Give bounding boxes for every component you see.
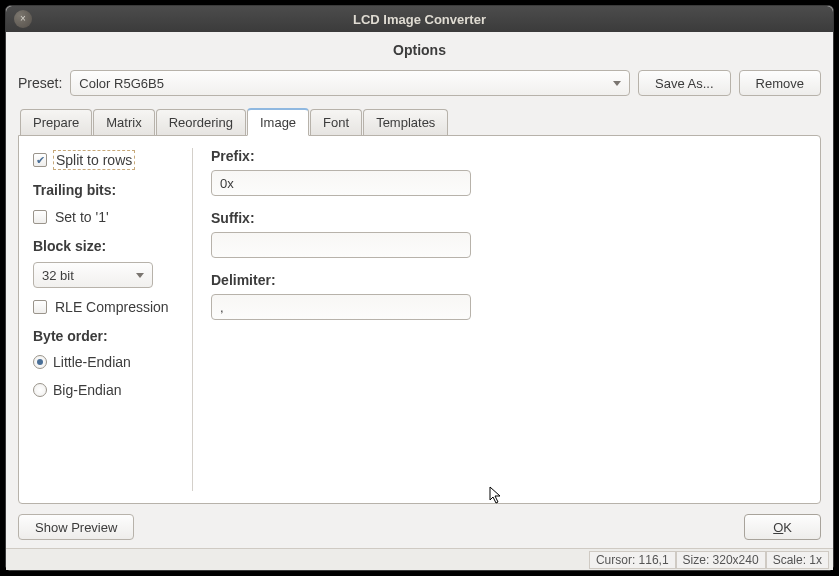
chevron-down-icon (613, 81, 621, 86)
preset-label: Preset: (18, 75, 62, 91)
trailing-bits-label: Trailing bits: (33, 182, 186, 198)
checkbox-unchecked-icon[interactable] (33, 300, 47, 314)
delimiter-input[interactable]: , (211, 294, 471, 320)
close-icon[interactable]: × (14, 10, 32, 28)
prefix-input[interactable]: 0x (211, 170, 471, 196)
byte-order-label: Byte order: (33, 328, 186, 344)
rle-label: RLE Compression (53, 298, 171, 316)
dialog-window: × LCD Image Converter Options Preset: Co… (5, 5, 834, 571)
dialog-content: Options Preset: Color R5G6B5 Save As... … (6, 32, 833, 548)
status-size: Size: 320x240 (676, 551, 766, 569)
preset-select[interactable]: Color R5G6B5 (70, 70, 630, 96)
titlebar[interactable]: × LCD Image Converter (6, 6, 833, 32)
set-to-1-label: Set to '1' (53, 208, 111, 226)
status-scale: Scale: 1x (766, 551, 829, 569)
tab-image[interactable]: Image (247, 108, 309, 136)
tab-templates[interactable]: Templates (363, 109, 448, 137)
statusbar: Cursor: 116,1 Size: 320x240 Scale: 1x (6, 548, 833, 570)
tab-matrix[interactable]: Matrix (93, 109, 154, 137)
tab-reordering[interactable]: Reordering (156, 109, 246, 137)
ok-button[interactable]: OK (744, 514, 821, 540)
block-size-label: Block size: (33, 238, 186, 254)
big-endian-label: Big-Endian (53, 382, 122, 398)
big-endian-row[interactable]: Big-Endian (33, 380, 186, 400)
delimiter-label: Delimiter: (211, 272, 806, 288)
rle-row[interactable]: RLE Compression (33, 296, 186, 318)
block-size-select[interactable]: 32 bit (33, 262, 153, 288)
remove-button[interactable]: Remove (739, 70, 821, 96)
window-title: LCD Image Converter (6, 12, 833, 27)
left-column: ✔ Split to rows Trailing bits: Set to '1… (33, 148, 193, 491)
suffix-input[interactable] (211, 232, 471, 258)
suffix-label: Suffix: (211, 210, 806, 226)
split-to-rows-label: Split to rows (53, 150, 135, 170)
save-as-button[interactable]: Save As... (638, 70, 731, 96)
radio-on-icon[interactable] (33, 355, 47, 369)
block-size-value: 32 bit (42, 268, 74, 283)
checkbox-unchecked-icon[interactable] (33, 210, 47, 224)
little-endian-row[interactable]: Little-Endian (33, 352, 186, 372)
right-column: Prefix: 0x Suffix: Delimiter: , (211, 148, 806, 491)
tab-bar: Prepare Matrix Reordering Image Font Tem… (18, 108, 821, 136)
show-preview-button[interactable]: Show Preview (18, 514, 134, 540)
radio-off-icon[interactable] (33, 383, 47, 397)
prefix-label: Prefix: (211, 148, 806, 164)
status-cursor: Cursor: 116,1 (589, 551, 676, 569)
little-endian-label: Little-Endian (53, 354, 131, 370)
dialog-buttons: Show Preview OK (18, 514, 821, 540)
preset-value: Color R5G6B5 (79, 76, 164, 91)
checkbox-checked-icon[interactable]: ✔ (33, 153, 47, 167)
split-to-rows-row[interactable]: ✔ Split to rows (33, 148, 186, 172)
set-to-1-row[interactable]: Set to '1' (33, 206, 186, 228)
preset-row: Preset: Color R5G6B5 Save As... Remove (18, 70, 821, 96)
tab-font[interactable]: Font (310, 109, 362, 137)
tab-prepare[interactable]: Prepare (20, 109, 92, 137)
chevron-down-icon (136, 273, 144, 278)
dialog-subtitle: Options (18, 42, 821, 58)
tab-panel: ✔ Split to rows Trailing bits: Set to '1… (18, 135, 821, 504)
